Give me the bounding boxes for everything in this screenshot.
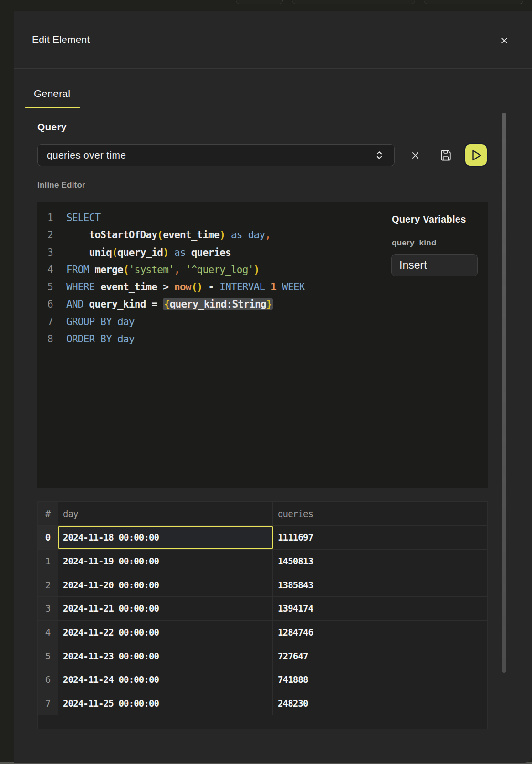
queries-cell[interactable]: 741888 [273, 668, 487, 691]
line-number: 7 [37, 313, 59, 330]
code-text: ORDER BY day [59, 330, 135, 348]
sql-token-plain [157, 281, 163, 293]
sql-token-plain [157, 298, 163, 310]
code-line: 2 toStartOfDay(event_time) as day, [37, 226, 380, 244]
queries-cell[interactable]: 1111697 [273, 526, 487, 549]
sql-token-kw: day [248, 229, 265, 241]
background-toolbar-control[interactable] [292, 0, 415, 4]
sql-token-id: merge [94, 264, 123, 276]
sql-token-id: event_time [163, 229, 219, 241]
queries-cell[interactable]: 1394174 [273, 597, 487, 620]
background-toolbar-control[interactable] [424, 0, 523, 4]
row-index-cell: 2 [38, 573, 58, 596]
row-index-cell: 7 [38, 691, 58, 715]
table-row[interactable]: 02024-11-18 00:00:001111697 [38, 526, 487, 550]
inline-editor: 1SELECT2 toStartOfDay(event_time) as day… [37, 202, 488, 488]
code-text: WHERE event_time > now() - INTERVAL 1 WE… [59, 278, 305, 296]
updown-chevron-icon [376, 150, 383, 160]
play-triangle-svg [465, 144, 487, 166]
modal-title: Edit Element [32, 34, 90, 45]
insert-variable-button[interactable]: Insert [391, 254, 478, 276]
sql-token-kw: SELECT [66, 212, 100, 223]
sql-token-kw: INTERVAL [219, 281, 265, 293]
sql-token-kw: day [117, 316, 135, 328]
table-row[interactable]: 52024-11-23 00:00:00727647 [38, 644, 487, 668]
modal-scrollbar-thumb[interactable] [502, 113, 506, 673]
sql-token-num: 1 [271, 281, 276, 293]
sql-token-plain [112, 333, 117, 345]
line-number: 8 [37, 330, 59, 348]
code-line: 4FROM merge('system', '^query_log') [37, 261, 380, 278]
results-table: # day queries 02024-11-18 00:00:00111169… [37, 501, 488, 729]
row-index-cell: 6 [38, 668, 58, 691]
updown-chevron-svg [376, 150, 383, 160]
day-cell[interactable]: 2024-11-23 00:00:00 [58, 644, 273, 668]
sql-token-plain [89, 264, 95, 276]
sql-token-comma: , [174, 264, 180, 276]
sql-code-editor[interactable]: 1SELECT2 toStartOfDay(event_time) as day… [37, 202, 380, 488]
sql-token-id: query_kind [89, 298, 146, 310]
queries-cell[interactable]: 248230 [273, 691, 487, 715]
code-line: 6AND query_kind = {query_kind:String} [37, 296, 380, 313]
sql-token-plain [94, 281, 100, 293]
sql-token-op: - [208, 281, 214, 293]
code-line: 5WHERE event_time > now() - INTERVAL 1 W… [37, 278, 380, 296]
sql-token-par: () [191, 281, 203, 293]
table-row[interactable]: 42024-11-22 00:00:001284746 [38, 621, 487, 645]
indent-guide [65, 224, 65, 264]
query-select[interactable]: queries over time [37, 144, 395, 166]
header-divider [14, 68, 532, 69]
sql-token-plain [66, 229, 89, 241]
sql-token-plain [186, 247, 191, 258]
sql-token-kw: as [231, 229, 242, 241]
code-text: toStartOfDay(event_time) as day, [59, 226, 271, 244]
day-cell[interactable]: 2024-11-24 00:00:00 [58, 668, 273, 691]
table-row[interactable]: 12024-11-19 00:00:001450813 [38, 550, 487, 573]
queries-cell[interactable]: 727647 [273, 644, 487, 668]
table-row[interactable]: 32024-11-21 00:00:001394174 [38, 597, 487, 621]
sql-token-par: ) [219, 229, 225, 241]
table-row[interactable]: 22024-11-20 00:00:001385843 [38, 573, 487, 597]
day-cell[interactable]: 2024-11-19 00:00:00 [58, 550, 273, 573]
inline-editor-label: Inline Editor [37, 180, 85, 190]
sql-token-op: > [163, 281, 168, 293]
line-number: 4 [37, 261, 59, 278]
queries-cell[interactable]: 1385843 [273, 573, 487, 596]
sql-token-id: query_id [117, 247, 163, 258]
queries-cell[interactable]: 1450813 [273, 550, 487, 573]
sql-token-plain [203, 281, 209, 293]
day-cell[interactable]: 2024-11-18 00:00:00 [58, 526, 273, 549]
day-cell[interactable]: 2024-11-22 00:00:00 [58, 621, 273, 644]
day-cell[interactable]: 2024-11-20 00:00:00 [58, 573, 273, 596]
table-row[interactable]: 72024-11-25 00:00:00248230 [38, 691, 487, 715]
line-number: 5 [37, 278, 59, 296]
sql-token-kw: ORDER BY [66, 333, 112, 345]
sql-token-kw: FROM [66, 264, 89, 276]
background-toolbar-control[interactable] [236, 0, 283, 4]
column-header-queries: queries [273, 502, 487, 525]
sql-token-str: '^query_log' [186, 264, 254, 276]
sql-token-plain [168, 281, 174, 293]
save-floppy-svg [441, 150, 451, 161]
variable-name-label: query_kind [392, 238, 437, 248]
sql-token-par: ( [157, 229, 163, 241]
sql-token-id: queries [191, 247, 231, 258]
sql-token-plain [242, 229, 248, 241]
code-text: FROM merge('system', '^query_log') [59, 261, 259, 278]
save-floppy-icon[interactable] [440, 149, 451, 161]
clear-x-icon[interactable] [410, 150, 420, 160]
code-line: 3 uniq(query_id) as queries [37, 244, 380, 261]
sql-token-plain [180, 264, 186, 276]
day-cell[interactable]: 2024-11-21 00:00:00 [58, 597, 273, 620]
line-number: 2 [37, 226, 59, 244]
sql-token-id: event_time [100, 281, 157, 293]
run-query-button[interactable] [464, 143, 488, 167]
tab-general[interactable]: General [34, 88, 70, 99]
tab-active-underline [25, 107, 80, 108]
sql-token-id: uniq [89, 247, 112, 258]
queries-cell[interactable]: 1284746 [273, 621, 487, 644]
day-cell[interactable]: 2024-11-25 00:00:00 [58, 691, 273, 715]
sql-token-plain [265, 281, 271, 293]
close-icon[interactable] [499, 35, 510, 46]
table-row[interactable]: 62024-11-24 00:00:00741888 [38, 668, 487, 692]
